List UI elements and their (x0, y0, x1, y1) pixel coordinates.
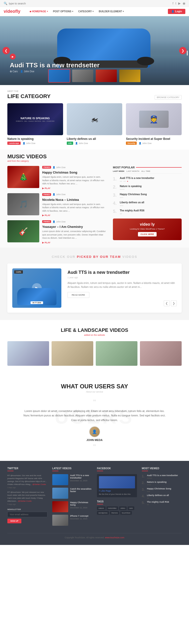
icon-yt[interactable]: ▶ (178, 2, 181, 5)
card-author-liberty: 👤 John Doe (75, 142, 88, 144)
life-category-title-area: meet the LIFE CATEGORY (7, 90, 51, 100)
picked-card-title: Audi TTS is a new trendsetter (67, 270, 177, 275)
thumb-1[interactable] (48, 69, 70, 82)
icon-fb[interactable]: f (173, 2, 174, 5)
nav-item-builder[interactable]: BUILDER ELEMENT ▾ (97, 9, 126, 14)
nav-item-category[interactable]: CATEGORY ▾ (76, 9, 96, 14)
hero-prev-button[interactable]: ❮ (2, 47, 10, 54)
popular-title-3: Happy Christmas Song (120, 193, 147, 196)
login-button[interactable]: 👤 Login (168, 9, 185, 14)
license-plate: IN·TT·3040 (30, 301, 43, 304)
card-tag-landscape[interactable]: Landscape (7, 142, 21, 145)
card-tag-life[interactable]: Life (67, 142, 73, 145)
music-play-1[interactable]: ▶ PLAY (42, 187, 108, 190)
picked-section: CHECK OUR PICKED BY OUR TEAM VIDEOS CARS… (0, 248, 189, 320)
car-wheel-right (137, 57, 154, 66)
thumb-2[interactable] (72, 69, 94, 82)
card-title-security: Security incident at Super Bowl (126, 137, 182, 140)
music-thumb-1: 🎄 (7, 166, 39, 188)
newsletter-input[interactable] (7, 512, 47, 517)
music-badge-1: PINNED (42, 166, 51, 168)
tag-cars[interactable]: cars (128, 506, 134, 510)
picked-prev-button[interactable]: ❮ (164, 300, 170, 306)
card-meta-security: Security 👤 John Doe (126, 142, 182, 145)
most-popular-title: MOST POPULAR (113, 166, 182, 169)
scroll-handle (187, 51, 188, 56)
footer-latest-videos-title: LATEST VIDEOS (52, 467, 92, 471)
tab-last-month[interactable]: LAST MONTH (126, 170, 139, 172)
tag-video[interactable]: video (119, 506, 127, 510)
picked-next-button[interactable]: ❯ (171, 300, 177, 306)
search-bar: 🔍 f t ▶ ◉ (0, 0, 189, 7)
popular-item-3: 3. Happy Christmas Song ●●● (113, 193, 182, 198)
landscape-card-1[interactable] (7, 341, 49, 366)
user-icon: 👤 (171, 10, 174, 13)
landscape-card-4[interactable] (140, 341, 182, 366)
nav-dot (30, 11, 31, 12)
icon-tw[interactable]: t (175, 2, 176, 5)
footer-video-info-2: Catch the wearables faster (70, 488, 92, 493)
nav-items: HOMEPAGE ▾ POST OPTIONS ▾ CATEGORY ▾ BUI… (28, 9, 168, 14)
footer-video-info-3: Happy Christmas Song December 11, 2015 (70, 501, 92, 509)
nav-item-post-options[interactable]: POST OPTIONS ▾ (51, 9, 75, 14)
tag-wordpress[interactable]: wordpress (97, 511, 109, 515)
play-icon: ▶ (10, 54, 16, 60)
mv-info-2: Nature is speaking ●●●● (147, 481, 167, 486)
most-popular-sidebar: MOST POPULAR LAST WEEK LAST MONTH ALL TI… (113, 166, 182, 244)
footer-website-link[interactable]: www.touchsize.com (105, 536, 124, 539)
tag-themes[interactable]: themes (110, 511, 119, 515)
testimonial-about: About our service (7, 390, 182, 393)
music-header: MUSIC VIDEOS and from the category (7, 154, 182, 162)
moto-placeholder: 🏍 (80, 110, 109, 128)
category-card-security[interactable]: 👮 Security incident at Super Bowl Securi… (126, 103, 182, 145)
tag-touchsize[interactable]: touchSize (120, 511, 132, 515)
popular-info-5: The mighty Audi RS6 ●● (120, 209, 144, 215)
footer-thumb-4 (52, 515, 68, 526)
quote-open-icon: " (7, 398, 182, 406)
category-card-nature[interactable]: NATURE IS SPEAKING ROBERTS · DEA · GHALE… (7, 103, 63, 145)
tag-motorbike[interactable]: motorbike (107, 506, 118, 510)
music-info-2: PINNED 👤 John Doe Nicoleta Nuca – Linist… (42, 193, 108, 217)
ad-button[interactable]: CLICK HERE (138, 232, 156, 236)
testimonial-name: JOHN MEDA (7, 438, 182, 442)
music-play-3[interactable]: ▶ PLAY (42, 242, 108, 244)
card-tag-security[interactable]: Security (126, 142, 137, 145)
ad-box: videofly Looking for Video WordPress 1 T… (113, 218, 182, 240)
landscape-card-2[interactable] (51, 341, 93, 366)
nav-item-homepage[interactable]: HOMEPAGE ▾ (28, 9, 50, 14)
music-info-3: PINNED 👤 John Doe Yeasayer – I Am Chemis… (42, 220, 108, 244)
music-play-2[interactable]: ▶ PLAY (42, 214, 108, 216)
read-more-button[interactable]: READ MORE (67, 292, 89, 298)
category-card-liberty[interactable]: 🏍 Liberty defines us all Life 👤 John Doe (67, 103, 123, 145)
thumb-4[interactable] (119, 69, 141, 82)
mv-num-3: 3. (142, 488, 146, 492)
newsletter-signup-button[interactable]: SIGN UP (7, 519, 21, 523)
life-category-section: meet the LIFE CATEGORY BROWSE CATEGORY N… (0, 85, 189, 150)
security-placeholder: 👮 (139, 110, 169, 128)
icon-rss[interactable]: ◉ (183, 2, 185, 5)
popular-meta-3: ●●● (120, 196, 147, 198)
tag-nature[interactable]: nature (97, 506, 106, 510)
tab-last-week[interactable]: LAST WEEK (113, 170, 124, 172)
facebook-box: f Like Page Be the first of your friends… (97, 474, 137, 497)
search-input[interactable] (9, 2, 43, 5)
facebook-image (99, 476, 135, 488)
popular-num-1: 1. (113, 177, 118, 181)
footer-thumb-3 (52, 501, 68, 512)
hero-play-button[interactable]: ▶ (10, 54, 16, 60)
hero-heading: Audi TTS is a new trendsetter (10, 62, 100, 69)
card-author-nature: 👤 John Doe (22, 142, 36, 144)
life-category-header: meet the LIFE CATEGORY BROWSE CATEGORY (7, 90, 182, 100)
thumb-3[interactable] (95, 69, 117, 82)
landscape-card-3[interactable] (96, 341, 138, 366)
hero-next-button[interactable]: ❯ (179, 47, 187, 54)
browse-category-button[interactable]: BROWSE CATEGORY (155, 95, 182, 100)
popular-title-2: Nature is speaking (120, 185, 142, 188)
hero-thumbnails (48, 69, 141, 82)
popular-info-3: Happy Christmas Song ●●● (120, 193, 147, 198)
mv-meta-3: ●●● (147, 490, 171, 492)
popular-item-4: 4. Liberty defines us all ●●● (113, 201, 182, 207)
logo[interactable]: videofly (4, 9, 20, 14)
tab-all-time[interactable]: ALL TIME (141, 170, 151, 172)
footer-tweet-2: RT @touchsize: We just released our new … (7, 491, 47, 506)
